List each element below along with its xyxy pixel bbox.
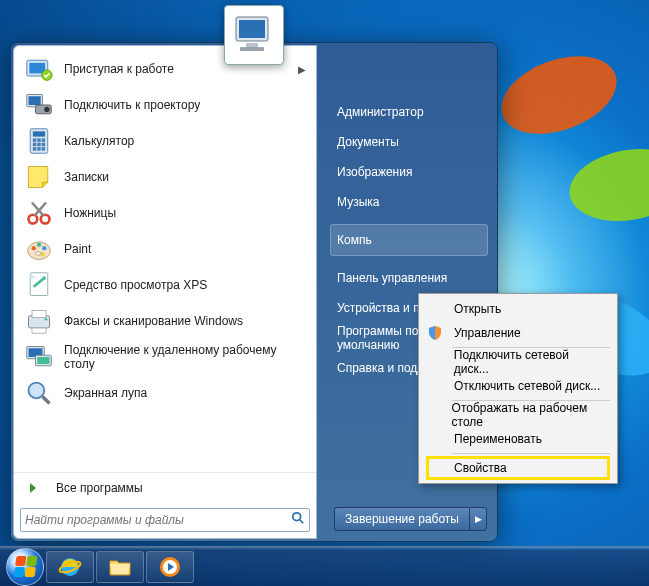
program-item-5[interactable]: Paint xyxy=(16,231,314,267)
context-menu-item-9[interactable]: Свойства xyxy=(422,456,614,480)
program-item-1[interactable]: Подключить к проектору xyxy=(16,87,314,123)
right-pane-label: Компь xyxy=(337,233,372,247)
xps-viewer-icon xyxy=(24,270,54,300)
context-menu-label: Переименовать xyxy=(454,432,542,446)
context-menu-label: Отключить сетевой диск... xyxy=(454,379,600,393)
context-menu-label: Управление xyxy=(454,326,521,340)
program-item-9[interactable]: Экранная лупа xyxy=(16,375,314,411)
svg-rect-19 xyxy=(33,147,37,151)
context-menu-item-0[interactable]: Открыть xyxy=(422,297,614,321)
taskbar xyxy=(0,546,649,586)
windows-logo-icon xyxy=(13,556,37,577)
program-item-8[interactable]: Подключение к удаленному рабочему столу xyxy=(16,339,314,375)
program-label: Ножницы xyxy=(64,206,116,220)
svg-rect-15 xyxy=(42,138,46,142)
svg-rect-35 xyxy=(32,311,46,318)
triangle-icon xyxy=(30,483,36,493)
right-pane-label: Панель управления xyxy=(337,271,447,285)
taskbar-explorer-button[interactable] xyxy=(96,551,144,583)
svg-point-31 xyxy=(36,252,41,256)
right-pane-item-4[interactable]: Компь xyxy=(331,225,487,255)
context-menu-item-7[interactable]: Переименовать xyxy=(422,427,614,451)
svg-rect-36 xyxy=(32,328,46,333)
context-menu-item-4[interactable]: Отключить сетевой диск... xyxy=(422,374,614,398)
context-menu-label: Отображать на рабочем столе xyxy=(452,401,606,429)
all-programs-button[interactable]: Все программы xyxy=(14,472,316,502)
svg-rect-20 xyxy=(37,147,41,151)
svg-line-43 xyxy=(43,397,50,404)
svg-line-45 xyxy=(300,520,304,524)
svg-rect-17 xyxy=(37,143,41,147)
svg-point-42 xyxy=(29,383,45,399)
getting-started-icon xyxy=(24,54,54,84)
svg-point-44 xyxy=(293,513,301,521)
svg-point-33 xyxy=(43,276,47,280)
svg-rect-14 xyxy=(37,138,41,142)
right-pane-label: Музыка xyxy=(337,195,379,209)
program-item-7[interactable]: Факсы и сканирование Windows xyxy=(16,303,314,339)
submenu-arrow-icon: ▶ xyxy=(298,64,306,75)
program-label: Записки xyxy=(64,170,109,184)
program-label: Факсы и сканирование Windows xyxy=(64,314,243,328)
program-item-3[interactable]: Записки xyxy=(16,159,314,195)
program-label: Подключение к удаленному рабочему столу xyxy=(64,343,306,371)
taskbar-ie-button[interactable] xyxy=(46,551,94,583)
remote-desktop-icon xyxy=(24,342,54,372)
context-menu-label: Открыть xyxy=(454,302,501,316)
program-item-6[interactable]: Средство просмотра XPS xyxy=(16,267,314,303)
svg-rect-13 xyxy=(33,138,37,142)
context-menu-label: Свойства xyxy=(454,461,507,475)
shield-icon xyxy=(422,325,448,341)
svg-rect-8 xyxy=(29,96,41,105)
svg-rect-1 xyxy=(239,20,265,38)
search-icon[interactable] xyxy=(291,511,305,529)
context-menu-item-1[interactable]: Управление xyxy=(422,321,614,345)
projector-icon xyxy=(24,90,54,120)
calculator-icon xyxy=(24,126,54,156)
context-menu-item-6[interactable]: Отображать на рабочем столе xyxy=(422,403,614,427)
right-pane-item-3[interactable]: Музыка xyxy=(331,187,487,217)
program-label: Подключить к проектору xyxy=(64,98,200,112)
program-label: Калькулятор xyxy=(64,134,134,148)
svg-point-37 xyxy=(45,318,48,321)
right-pane-label: Изображения xyxy=(337,165,412,179)
right-pane-label: Администратор xyxy=(337,105,424,119)
program-item-0[interactable]: Приступая к работе▶ xyxy=(16,51,314,87)
right-pane-item-2[interactable]: Изображения xyxy=(331,157,487,187)
program-item-4[interactable]: Ножницы xyxy=(16,195,314,231)
start-button[interactable] xyxy=(6,548,44,586)
program-label: Экранная лупа xyxy=(64,386,147,400)
ie-icon xyxy=(58,555,82,579)
paint-icon xyxy=(24,234,54,264)
svg-point-10 xyxy=(44,107,49,112)
search-box[interactable] xyxy=(20,508,310,532)
search-input[interactable] xyxy=(25,513,291,527)
svg-rect-18 xyxy=(42,143,46,147)
shutdown-button-group: Завершение работы ▶ xyxy=(334,507,487,531)
right-pane-item-5[interactable]: Панель управления xyxy=(331,263,487,293)
svg-rect-2 xyxy=(246,43,258,47)
program-item-2[interactable]: Калькулятор xyxy=(16,123,314,159)
right-pane-item-0[interactable]: Администратор xyxy=(331,97,487,127)
shutdown-label: Завершение работы xyxy=(345,512,459,526)
program-label: Приступая к работе xyxy=(64,62,174,76)
svg-point-27 xyxy=(32,246,36,250)
svg-rect-16 xyxy=(33,143,37,147)
right-pane-label: Документы xyxy=(337,135,399,149)
magnifier-icon xyxy=(24,378,54,408)
right-pane-item-1[interactable]: Документы xyxy=(331,127,487,157)
svg-rect-41 xyxy=(37,357,49,364)
svg-rect-21 xyxy=(42,147,46,151)
start-menu-left-pane: Приступая к работе▶Подключить к проектор… xyxy=(13,45,317,539)
svg-point-29 xyxy=(42,246,46,250)
media-player-icon xyxy=(158,555,182,579)
svg-rect-12 xyxy=(33,131,45,136)
shutdown-button[interactable]: Завершение работы xyxy=(334,507,469,531)
taskbar-wmp-button[interactable] xyxy=(146,551,194,583)
context-menu-label: Подключить сетевой диск... xyxy=(454,348,606,376)
context-menu-item-3[interactable]: Подключить сетевой диск... xyxy=(422,350,614,374)
snipping-tool-icon xyxy=(24,198,54,228)
sticky-notes-icon xyxy=(24,162,54,192)
shutdown-options-button[interactable]: ▶ xyxy=(469,507,487,531)
program-label: Средство просмотра XPS xyxy=(64,278,207,292)
